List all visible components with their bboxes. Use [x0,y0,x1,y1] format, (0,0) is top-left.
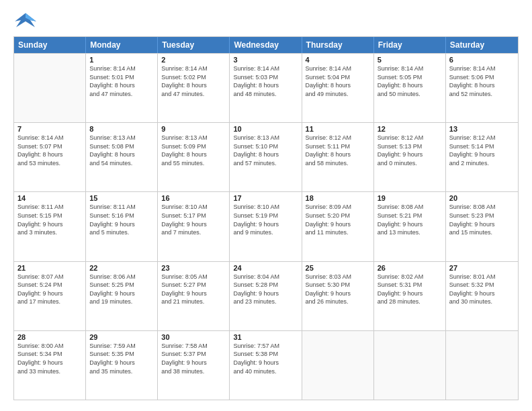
day-cell-13: 13Sunrise: 8:12 AM Sunset: 5:14 PM Dayli… [446,123,518,191]
week-row-4: 21Sunrise: 8:07 AM Sunset: 5:24 PM Dayli… [14,261,518,330]
day-cell-3: 3Sunrise: 8:14 AM Sunset: 5:03 PM Daylig… [230,54,302,122]
day-number: 31 [233,333,298,341]
day-info: Sunrise: 8:12 AM Sunset: 5:13 PM Dayligh… [378,134,442,167]
logo [13,11,40,30]
day-number: 25 [306,264,370,272]
day-info: Sunrise: 8:02 AM Sunset: 5:31 PM Dayligh… [378,273,442,306]
empty-cell-4-4 [302,331,374,400]
day-info: Sunrise: 8:08 AM Sunset: 5:21 PM Dayligh… [378,203,442,236]
day-cell-24: 24Sunrise: 8:04 AM Sunset: 5:28 PM Dayli… [230,262,302,330]
day-info: Sunrise: 8:14 AM Sunset: 5:01 PM Dayligh… [89,64,154,98]
day-number: 19 [378,194,442,202]
day-number: 15 [89,194,154,202]
day-cell-8: 8Sunrise: 8:13 AM Sunset: 5:08 PM Daylig… [86,123,158,191]
day-number: 22 [89,264,154,272]
day-number: 29 [89,333,154,341]
day-cell-29: 29Sunrise: 7:59 AM Sunset: 5:35 PM Dayli… [86,331,158,400]
calendar-header: SundayMondayTuesdayWednesdayThursdayFrid… [14,37,518,53]
day-cell-7: 7Sunrise: 8:14 AM Sunset: 5:07 PM Daylig… [14,123,86,191]
day-number: 24 [233,264,298,272]
day-number: 18 [306,194,370,202]
day-cell-1: 1Sunrise: 8:14 AM Sunset: 5:01 PM Daylig… [86,54,158,122]
empty-cell-4-5 [374,331,446,400]
day-cell-12: 12Sunrise: 8:12 AM Sunset: 5:13 PM Dayli… [374,123,446,191]
calendar: SundayMondayTuesdayWednesdayThursdayFrid… [13,36,519,400]
day-cell-5: 5Sunrise: 8:14 AM Sunset: 5:05 PM Daylig… [374,54,446,122]
day-number: 14 [17,194,82,202]
day-info: Sunrise: 8:06 AM Sunset: 5:25 PM Dayligh… [89,273,154,306]
day-number: 21 [17,264,82,272]
day-info: Sunrise: 8:14 AM Sunset: 5:06 PM Dayligh… [449,64,515,98]
empty-cell-0-0 [14,54,86,122]
header-cell-sunday: Sunday [14,37,86,53]
day-number: 13 [449,125,515,133]
day-info: Sunrise: 8:10 AM Sunset: 5:17 PM Dayligh… [161,203,226,236]
day-number: 7 [17,125,82,133]
day-cell-4: 4Sunrise: 8:14 AM Sunset: 5:04 PM Daylig… [302,54,374,122]
day-info: Sunrise: 7:57 AM Sunset: 5:38 PM Dayligh… [233,342,298,375]
day-cell-17: 17Sunrise: 8:10 AM Sunset: 5:19 PM Dayli… [230,192,302,261]
header-cell-wednesday: Wednesday [230,37,302,53]
day-cell-26: 26Sunrise: 8:02 AM Sunset: 5:31 PM Dayli… [374,262,446,330]
day-number: 2 [161,56,226,64]
day-cell-11: 11Sunrise: 8:12 AM Sunset: 5:11 PM Dayli… [302,123,374,191]
day-info: Sunrise: 7:59 AM Sunset: 5:35 PM Dayligh… [89,342,154,375]
day-info: Sunrise: 8:14 AM Sunset: 5:02 PM Dayligh… [161,64,226,98]
calendar-body: 1Sunrise: 8:14 AM Sunset: 5:01 PM Daylig… [14,53,518,400]
header-cell-monday: Monday [86,37,158,53]
logo-icon [13,11,38,30]
page: SundayMondayTuesdayWednesdayThursdayFrid… [0,0,532,411]
day-cell-28: 28Sunrise: 8:00 AM Sunset: 5:34 PM Dayli… [14,331,86,400]
day-info: Sunrise: 8:11 AM Sunset: 5:16 PM Dayligh… [89,203,154,236]
day-number: 16 [161,194,226,202]
day-cell-25: 25Sunrise: 8:03 AM Sunset: 5:30 PM Dayli… [302,262,374,330]
day-cell-9: 9Sunrise: 8:13 AM Sunset: 5:09 PM Daylig… [158,123,230,191]
day-number: 10 [233,125,298,133]
day-number: 9 [161,125,226,133]
day-cell-30: 30Sunrise: 7:58 AM Sunset: 5:37 PM Dayli… [158,331,230,400]
day-cell-27: 27Sunrise: 8:01 AM Sunset: 5:32 PM Dayli… [446,262,518,330]
day-cell-15: 15Sunrise: 8:11 AM Sunset: 5:16 PM Dayli… [86,192,158,261]
day-number: 5 [378,56,442,64]
day-info: Sunrise: 8:05 AM Sunset: 5:27 PM Dayligh… [161,273,226,306]
day-cell-20: 20Sunrise: 8:08 AM Sunset: 5:23 PM Dayli… [446,192,518,261]
header-cell-thursday: Thursday [302,37,374,53]
day-cell-18: 18Sunrise: 8:09 AM Sunset: 5:20 PM Dayli… [302,192,374,261]
day-info: Sunrise: 8:07 AM Sunset: 5:24 PM Dayligh… [17,273,82,306]
day-number: 20 [449,194,515,202]
header-cell-saturday: Saturday [446,37,518,53]
day-info: Sunrise: 7:58 AM Sunset: 5:37 PM Dayligh… [161,342,226,375]
day-number: 27 [449,264,515,272]
day-number: 26 [378,264,442,272]
day-info: Sunrise: 8:13 AM Sunset: 5:08 PM Dayligh… [89,134,154,167]
day-info: Sunrise: 8:04 AM Sunset: 5:28 PM Dayligh… [233,273,298,306]
day-number: 23 [161,264,226,272]
day-cell-16: 16Sunrise: 8:10 AM Sunset: 5:17 PM Dayli… [158,192,230,261]
day-info: Sunrise: 8:13 AM Sunset: 5:10 PM Dayligh… [233,134,298,167]
day-info: Sunrise: 8:00 AM Sunset: 5:34 PM Dayligh… [17,342,82,375]
day-number: 17 [233,194,298,202]
day-number: 8 [89,125,154,133]
day-info: Sunrise: 8:03 AM Sunset: 5:30 PM Dayligh… [306,273,370,306]
empty-cell-4-6 [446,331,518,400]
day-cell-21: 21Sunrise: 8:07 AM Sunset: 5:24 PM Dayli… [14,262,86,330]
day-info: Sunrise: 8:01 AM Sunset: 5:32 PM Dayligh… [449,273,515,306]
header [13,11,519,30]
day-info: Sunrise: 8:14 AM Sunset: 5:07 PM Dayligh… [17,134,82,167]
day-info: Sunrise: 8:11 AM Sunset: 5:15 PM Dayligh… [17,203,82,236]
day-cell-10: 10Sunrise: 8:13 AM Sunset: 5:10 PM Dayli… [230,123,302,191]
week-row-1: 1Sunrise: 8:14 AM Sunset: 5:01 PM Daylig… [14,53,518,122]
week-row-3: 14Sunrise: 8:11 AM Sunset: 5:15 PM Dayli… [14,191,518,261]
day-info: Sunrise: 8:14 AM Sunset: 5:05 PM Dayligh… [378,64,442,98]
day-number: 30 [161,333,226,341]
day-cell-23: 23Sunrise: 8:05 AM Sunset: 5:27 PM Dayli… [158,262,230,330]
day-info: Sunrise: 8:14 AM Sunset: 5:03 PM Dayligh… [233,64,298,98]
day-cell-14: 14Sunrise: 8:11 AM Sunset: 5:15 PM Dayli… [14,192,86,261]
day-number: 11 [306,125,370,133]
day-number: 6 [449,56,515,64]
day-number: 3 [233,56,298,64]
week-row-5: 28Sunrise: 8:00 AM Sunset: 5:34 PM Dayli… [14,330,518,400]
day-number: 4 [306,56,370,64]
day-info: Sunrise: 8:12 AM Sunset: 5:11 PM Dayligh… [306,134,370,167]
day-cell-6: 6Sunrise: 8:14 AM Sunset: 5:06 PM Daylig… [446,54,518,122]
